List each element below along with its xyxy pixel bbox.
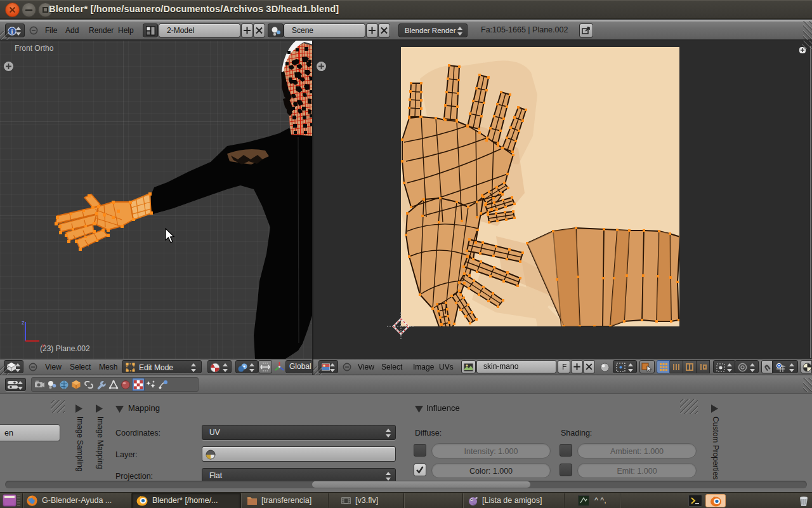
svg-text:x: x — [42, 342, 45, 349]
svg-text:z: z — [22, 319, 25, 326]
